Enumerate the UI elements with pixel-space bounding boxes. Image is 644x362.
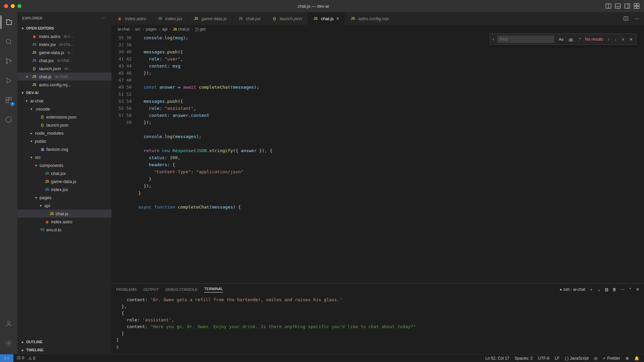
breadcrumb-item[interactable]: pages — [146, 27, 157, 32]
split-terminal-icon[interactable]: ▥ — [605, 287, 608, 292]
edge-tools-icon[interactable] — [1, 113, 17, 126]
tree-item[interactable]: {}launch.json — [17, 121, 111, 129]
tree-item[interactable]: JSchat.jsx — [17, 169, 111, 177]
timeline-section[interactable]: ▸ TIMELINE — [17, 346, 111, 354]
kill-terminal-icon[interactable]: 🗑 — [612, 287, 616, 292]
more-icon[interactable]: ⋯ — [100, 15, 107, 21]
svg-rect-18 — [6, 100, 8, 103]
tree-item[interactable]: JSgame-data.js — [17, 177, 111, 185]
open-editor-item[interactable]: ◉index.astroai-c... — [17, 32, 111, 40]
open-editor-item[interactable]: JSindex.jsxai-cha... — [17, 40, 111, 48]
tree-item[interactable]: ▸node_modules — [17, 129, 111, 137]
status-bell-icon[interactable]: 🔔 — [634, 356, 639, 361]
close-panel-icon[interactable]: ✕ — [636, 287, 639, 292]
close-icon[interactable]: × — [24, 74, 30, 79]
source-control-icon[interactable] — [1, 54, 17, 68]
find-selection-icon[interactable]: ≡ — [621, 37, 625, 42]
breadcrumb-item[interactable]: JS chat.js — [173, 27, 190, 32]
panel-tab[interactable]: DEBUG CONSOLE — [165, 287, 197, 291]
debug-icon[interactable] — [1, 74, 17, 87]
more-icon[interactable]: ⋯ — [633, 15, 640, 22]
layout-right-icon[interactable] — [624, 3, 631, 9]
maximize-panel-icon[interactable]: ⌃ — [629, 287, 632, 292]
status-language[interactable]: { } JavaScript — [565, 356, 589, 361]
tree-item[interactable]: ◉index.astro — [17, 218, 111, 226]
code-content[interactable]: console.log(msg); messages.push({ role: … — [138, 34, 644, 283]
open-editor-item[interactable]: JSastro.config.mj... — [17, 81, 111, 89]
status-prettier[interactable]: ✓ Prettier — [603, 356, 620, 361]
tree-item[interactable]: ▾ai-chat — [17, 97, 111, 105]
editor[interactable]: 35 36 37 38 39 40 41 42 43 44 45 46 47 4… — [111, 34, 644, 283]
tree-item[interactable]: JSchat.js — [17, 210, 111, 218]
tree-item[interactable]: JSindex.jsx — [17, 185, 111, 193]
account-icon[interactable] — [1, 317, 17, 330]
match-word-icon[interactable]: ab — [568, 37, 574, 42]
panel-tab[interactable]: TERMINAL — [204, 287, 223, 292]
gear-icon[interactable] — [1, 336, 17, 350]
match-case-icon[interactable]: Aa — [558, 37, 564, 42]
find-close-icon[interactable]: ✕ — [629, 37, 634, 42]
editor-tab[interactable]: JSastro.config.mjs — [345, 12, 395, 25]
outline-section[interactable]: ▸ OUTLINE — [17, 338, 111, 346]
editor-tab[interactable]: JSchat.jsx — [232, 12, 266, 25]
regex-icon[interactable]: .* — [577, 37, 582, 42]
open-editor-item[interactable]: {}launch.jsonai-... — [17, 64, 111, 73]
editor-tab[interactable]: JSindex.jsx — [152, 12, 188, 25]
open-editors-section[interactable]: ▾ OPEN EDITORS — [17, 24, 111, 32]
remote-icon[interactable] — [0, 354, 13, 362]
extensions-icon[interactable]: 7 — [1, 93, 17, 107]
new-terminal-icon[interactable]: ＋ — [589, 287, 593, 292]
status-eol[interactable]: LF — [555, 356, 559, 361]
svg-point-20 — [7, 321, 10, 324]
status-feedback-icon[interactable]: ⊕ — [626, 356, 629, 361]
status-spaces[interactable]: Spaces: 2 — [515, 356, 533, 361]
tree-item[interactable]: {}extensions.json — [17, 113, 111, 121]
layout-panel-icon[interactable] — [605, 3, 612, 9]
maximize-window-icon[interactable] — [17, 4, 21, 8]
split-editor-icon[interactable] — [623, 15, 629, 22]
panel-tab[interactable]: PROBLEMS — [116, 287, 137, 291]
editor-tab[interactable]: {}launch.json — [266, 12, 308, 25]
minimize-window-icon[interactable] — [11, 4, 15, 8]
status-radio-icon[interactable]: ◎ — [594, 356, 597, 361]
editor-tab[interactable]: JSchat.js× — [308, 12, 345, 25]
find-input[interactable] — [497, 36, 554, 43]
tree-item[interactable]: ▦favicon.svg — [17, 145, 111, 153]
open-editor-item[interactable]: JSchat.jsxai-chat... — [17, 56, 111, 64]
more-icon[interactable]: ⋯ — [620, 287, 625, 292]
terminal-dropdown[interactable]: ▸ zsh - ai-chat — [560, 287, 585, 292]
terminal-chevron-down-icon[interactable]: ⌄ — [597, 287, 601, 292]
tree-item[interactable]: TSenv.d.ts — [17, 226, 111, 234]
breadcrumb[interactable]: ai-chat›src›pages›api›JS chat.js›◫ get — [111, 25, 644, 34]
panel-tab[interactable]: OUTPUT — [143, 287, 158, 291]
search-icon[interactable] — [1, 35, 17, 48]
tree-item[interactable]: ▾public — [17, 137, 111, 145]
project-section[interactable]: ▾ DEV-AI — [17, 89, 111, 97]
status-errors[interactable]: ⓧ 0 — [17, 355, 24, 361]
layout-bottom-icon[interactable] — [614, 3, 621, 9]
breadcrumb-item[interactable]: ai-chat — [118, 27, 130, 32]
breadcrumb-item[interactable]: src — [135, 27, 140, 32]
close-icon[interactable]: × — [336, 16, 339, 21]
tree-item[interactable]: ▾api — [17, 201, 111, 210]
breadcrumb-item[interactable]: ◫ get — [195, 27, 205, 32]
find-expand-icon[interactable]: › — [493, 37, 494, 42]
breadcrumb-item[interactable]: api — [162, 27, 168, 32]
find-next-icon[interactable]: ↓ — [614, 37, 618, 42]
tree-item[interactable]: ▾components — [17, 161, 111, 169]
editor-tab[interactable]: ◉index.astro — [111, 12, 152, 25]
status-encoding[interactable]: UTF-8 — [538, 356, 549, 361]
find-prev-icon[interactable]: ↑ — [607, 37, 611, 42]
tree-item[interactable]: ▾.vscode — [17, 105, 111, 113]
tree-item[interactable]: ▾src — [17, 153, 111, 161]
explorer-icon[interactable] — [1, 15, 17, 29]
tree-item[interactable]: ▾pages — [17, 193, 111, 201]
status-warnings[interactable]: ⚠ 0 — [28, 356, 35, 361]
terminal[interactable]: content: 'Dr. Owen gets a refill from th… — [111, 295, 644, 354]
close-window-icon[interactable] — [4, 4, 8, 8]
status-ln-col[interactable]: Ln 52, Col 17 — [485, 356, 509, 361]
open-editor-item[interactable]: ×JSchat.jsai-chat/... — [17, 73, 111, 81]
layout-grid-icon[interactable] — [633, 3, 640, 9]
editor-tab[interactable]: JSgame-data.js — [188, 12, 232, 25]
open-editor-item[interactable]: JSgame-data.jsa... — [17, 48, 111, 56]
